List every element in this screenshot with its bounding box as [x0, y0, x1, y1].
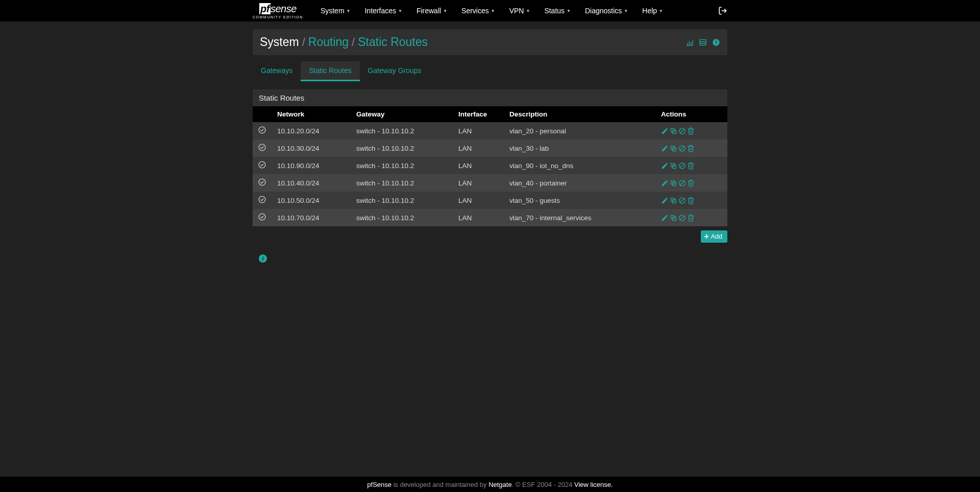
cell-gateway: switch - 10.10.10.2 [351, 192, 453, 209]
breadcrumb-root: System [260, 35, 299, 49]
table-row[interactable]: 10.10.20.0/24switch - 10.10.10.2LANvlan_… [253, 122, 727, 139]
cell-description: vlan_50 - guests [504, 192, 656, 209]
edit-icon[interactable] [661, 127, 669, 135]
top-navbar: pfsense COMMUNITY EDITION System ▼Interf… [0, 0, 980, 21]
cell-interface: LAN [453, 192, 504, 209]
copy-icon[interactable] [670, 162, 677, 170]
info-icon[interactable]: i [259, 254, 267, 263]
footer-company-link[interactable]: Netgate [488, 481, 512, 488]
delete-icon[interactable] [687, 145, 695, 152]
nav-item-help[interactable]: Help ▼ [642, 7, 663, 15]
cell-description: vlan_30 - lab [504, 139, 656, 157]
disable-icon[interactable] [678, 214, 686, 222]
caret-down-icon: ▼ [443, 9, 447, 13]
tab-gateways[interactable]: Gateways [253, 61, 301, 80]
cell-network: 10.10.50.0/24 [272, 192, 351, 209]
table-row[interactable]: 10.10.40.0/24switch - 10.10.10.2LANvlan_… [253, 174, 727, 192]
edit-icon[interactable] [661, 145, 669, 152]
caret-down-icon: ▼ [526, 9, 530, 13]
nav-item-firewall[interactable]: Firewall ▼ [416, 7, 447, 15]
copy-icon[interactable] [670, 179, 677, 187]
edit-icon[interactable] [661, 179, 669, 187]
logout-icon[interactable] [718, 6, 727, 15]
breadcrumb-current-link[interactable]: Static Routes [358, 35, 428, 49]
breadcrumb: System / Routing / Static Routes [260, 35, 428, 49]
delete-icon[interactable] [687, 214, 695, 222]
status-enabled-icon [258, 195, 266, 204]
delete-icon[interactable] [687, 179, 695, 187]
edit-icon[interactable] [661, 162, 669, 170]
edit-icon[interactable] [661, 214, 669, 222]
svg-line-25 [680, 163, 684, 168]
svg-point-26 [259, 179, 265, 185]
delete-icon[interactable] [687, 162, 695, 170]
logo-text: pfsense [259, 3, 297, 15]
cell-description: vlan_90 - iot_no_dns [504, 157, 656, 174]
copy-icon[interactable] [670, 197, 677, 204]
svg-point-36 [259, 214, 265, 220]
disable-icon[interactable] [678, 179, 686, 187]
cell-interface: LAN [453, 157, 504, 174]
col-header-actions: Actions [656, 106, 727, 122]
nav-item-services[interactable]: Services ▼ [461, 7, 495, 15]
status-monitoring-icon[interactable] [685, 38, 694, 46]
nav-item-diagnostics[interactable]: Diagnostics ▼ [585, 7, 628, 15]
breadcrumb-routing-link[interactable]: Routing [308, 35, 349, 49]
cell-network: 10.10.90.0/24 [272, 157, 351, 174]
tab-static-routes[interactable]: Static Routes [301, 61, 359, 81]
delete-icon[interactable] [687, 197, 695, 204]
caret-down-icon: ▼ [347, 9, 351, 13]
cell-gateway: switch - 10.10.10.2 [351, 174, 453, 192]
footer-product-link[interactable]: pfSense [367, 481, 391, 488]
svg-point-11 [259, 127, 265, 133]
table-row[interactable]: 10.10.50.0/24switch - 10.10.10.2LANvlan_… [253, 192, 727, 209]
logo-subtitle: COMMUNITY EDITION [253, 15, 303, 19]
caret-down-icon: ▼ [624, 9, 628, 13]
cell-description: vlan_40 - portainer [504, 174, 656, 192]
help-icon[interactable]: ? [712, 38, 720, 46]
disable-icon[interactable] [678, 145, 686, 152]
status-enabled-icon [258, 160, 266, 169]
caret-down-icon: ▼ [398, 9, 402, 13]
nav-item-system[interactable]: System ▼ [321, 7, 351, 15]
svg-line-40 [680, 216, 684, 220]
svg-line-15 [680, 129, 684, 133]
copy-icon[interactable] [670, 127, 677, 135]
table-row[interactable]: 10.10.90.0/24switch - 10.10.10.2LANvlan_… [253, 157, 727, 174]
cell-description: vlan_20 - personal [504, 122, 656, 139]
col-header-interface: Interface [453, 106, 504, 122]
edit-icon[interactable] [661, 197, 669, 204]
static-routes-table: Network Gateway Interface Description Ac… [253, 106, 727, 226]
tab-bar: GatewaysStatic RoutesGateway Groups [253, 61, 727, 81]
svg-rect-6 [700, 39, 706, 45]
nav-menu: System ▼Interfaces ▼Firewall ▼Services ▼… [313, 7, 670, 15]
disable-icon[interactable] [678, 197, 686, 204]
delete-icon[interactable] [687, 127, 695, 135]
cell-network: 10.10.30.0/24 [272, 139, 351, 157]
disable-icon[interactable] [678, 162, 686, 170]
cell-interface: LAN [453, 174, 504, 192]
table-row[interactable]: 10.10.70.0/24switch - 10.10.10.2LANvlan_… [253, 209, 727, 226]
table-row[interactable]: 10.10.30.0/24switch - 10.10.10.2LANvlan_… [253, 139, 727, 157]
logo-link[interactable]: pfsense COMMUNITY EDITION [253, 3, 303, 19]
status-enabled-icon [258, 143, 266, 152]
nav-item-vpn[interactable]: VPN ▼ [509, 7, 530, 15]
page-header: System / Routing / Static Routes ? [253, 29, 727, 55]
related-log-icon[interactable] [699, 38, 707, 46]
tab-gateway-groups[interactable]: Gateway Groups [360, 61, 430, 80]
nav-item-interfaces[interactable]: Interfaces ▼ [364, 7, 402, 15]
copy-icon[interactable] [670, 214, 677, 222]
nav-item-status[interactable]: Status ▼ [544, 7, 571, 15]
footer: pfSense is developed and maintained by N… [0, 477, 980, 492]
caret-down-icon: ▼ [567, 9, 571, 13]
add-button[interactable]: + Add [701, 230, 727, 243]
svg-point-16 [259, 144, 265, 151]
cell-interface: LAN [453, 139, 504, 157]
copy-icon[interactable] [670, 145, 677, 152]
cell-network: 10.10.20.0/24 [272, 122, 351, 139]
footer-license-link[interactable]: View license. [574, 481, 613, 488]
status-enabled-icon [258, 213, 266, 221]
cell-interface: LAN [453, 122, 504, 139]
plus-icon: + [704, 232, 708, 241]
disable-icon[interactable] [678, 127, 686, 135]
